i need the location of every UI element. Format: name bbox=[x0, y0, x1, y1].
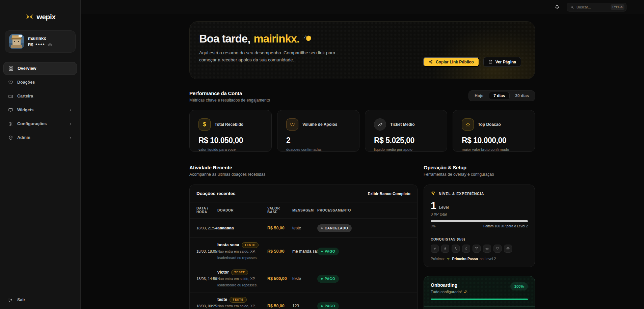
status-dot-icon bbox=[321, 227, 323, 229]
onboarding-percent-badge: 100% bbox=[510, 282, 528, 290]
wallet-icon bbox=[8, 94, 13, 99]
stat-label: Ticket Medio bbox=[390, 122, 414, 127]
sidebar: wepix mairinkx R$ **** bbox=[0, 0, 81, 309]
user-card[interactable]: mairinkx R$ **** bbox=[5, 30, 76, 53]
column-header-donor: Doador bbox=[217, 208, 267, 212]
external-link-icon bbox=[488, 60, 493, 64]
column-header-datetime: Data / Hora bbox=[196, 206, 217, 214]
stat-value: R$ 5.025,00 bbox=[374, 136, 438, 145]
stat-label: Total Recebido bbox=[215, 122, 243, 127]
donations-table-card: Doações recentes Exibir Banco Completo D… bbox=[189, 185, 418, 309]
row-message: teste bbox=[292, 226, 317, 230]
trending-up-icon bbox=[374, 118, 386, 131]
onboarding-card: Onboarding Tudo configurado! 100% bbox=[424, 276, 535, 309]
row-value: R$ 500,00 bbox=[267, 276, 292, 281]
range-30dias-button[interactable]: 30 dias bbox=[510, 92, 534, 100]
row-message: 123 bbox=[292, 304, 317, 308]
xp-percent: 0% bbox=[431, 224, 435, 228]
greeting-name: mairinkx. bbox=[253, 32, 299, 45]
grid-icon bbox=[8, 66, 14, 71]
copy-public-link-button[interactable]: Copiar Link Público bbox=[423, 57, 479, 67]
column-header-processing: Processamento bbox=[317, 208, 410, 212]
seedling-icon[interactable] bbox=[431, 245, 439, 253]
gem-icon[interactable] bbox=[493, 245, 502, 253]
onboarding-progress-bar bbox=[431, 299, 528, 300]
level-label: Level bbox=[439, 205, 449, 210]
dollar-icon: $ bbox=[198, 118, 211, 131]
row-donor-note: Nao entra em saldo, XP, leaderboard ou r… bbox=[217, 249, 258, 260]
status-dot-icon bbox=[321, 278, 323, 280]
performance-title: Performance da Conta bbox=[189, 90, 270, 96]
stat-value: R$ 10.000,00 bbox=[462, 136, 526, 145]
teste-badge: TESTE bbox=[231, 270, 248, 275]
status-badge: PAGO bbox=[317, 248, 339, 255]
copy-public-link-label: Copiar Link Público bbox=[436, 60, 474, 64]
date-range-toggle: Hoje 7 dias 30 dias bbox=[468, 90, 535, 101]
operations-subtitle: Ferramentas de overlay e configuração bbox=[424, 172, 535, 177]
table-row[interactable]: 18/03, 14:59 victor TESTE Nao entra em s… bbox=[190, 265, 417, 292]
search-box[interactable]: Ctrl+K bbox=[567, 3, 626, 11]
logout-button[interactable]: Sair bbox=[8, 297, 72, 302]
sidebar-item-widgets[interactable]: Widgets bbox=[3, 104, 77, 116]
balance-masked: **** bbox=[35, 43, 45, 48]
table-row[interactable]: 18/03, 21:54 aaaaaaa R$ 50,00 teste CANC… bbox=[190, 218, 417, 237]
range-7dias-button[interactable]: 7 dias bbox=[489, 92, 510, 100]
sidebar-item-overview[interactable]: Overview bbox=[3, 62, 77, 75]
sidebar-item-carteira[interactable]: Carteira bbox=[3, 90, 77, 103]
sidebar-item-doacoes[interactable]: Doações bbox=[3, 76, 77, 89]
achievements-label: CONQUISTAS (0/8) bbox=[431, 237, 528, 241]
eye-icon[interactable] bbox=[48, 43, 52, 47]
onboarding-title: Onboarding bbox=[431, 282, 468, 288]
stat-caption: liquido medio por apoio bbox=[374, 147, 438, 151]
table-row[interactable]: 18/03, 00:25 teste TESTE Nao entra em sa… bbox=[190, 292, 417, 309]
sidebar-item-admin[interactable]: Admin bbox=[3, 131, 77, 144]
row-value: R$ 50,00 bbox=[267, 304, 292, 308]
search-input[interactable] bbox=[576, 5, 608, 9]
flame-icon[interactable] bbox=[462, 245, 470, 253]
topbar: Ctrl+K bbox=[81, 0, 644, 14]
xp-progress-bar bbox=[431, 220, 528, 222]
sparkles-icon[interactable] bbox=[452, 245, 460, 253]
seedling-mini-icon bbox=[446, 257, 450, 261]
crown-icon[interactable] bbox=[483, 245, 491, 253]
target-icon[interactable] bbox=[504, 245, 512, 253]
balance-currency: R$ bbox=[28, 43, 33, 47]
view-page-label: Ver Página bbox=[495, 60, 516, 64]
status-badge: PAGO bbox=[317, 275, 339, 283]
range-hoje-button[interactable]: Hoje bbox=[470, 92, 488, 100]
sidebar-item-label: Overview bbox=[18, 66, 36, 71]
hero-greeting: Boa tarde, mairinkx. bbox=[199, 32, 521, 45]
bell-icon[interactable] bbox=[554, 4, 560, 10]
view-page-button[interactable]: Ver Página bbox=[483, 57, 521, 67]
row-donor-name: teste bbox=[217, 297, 227, 302]
search-shortcut-badge: Ctrl+K bbox=[611, 4, 624, 10]
gear-icon bbox=[8, 121, 13, 127]
sidebar-item-label: Widgets bbox=[17, 108, 34, 112]
row-value: R$ 50,00 bbox=[267, 226, 292, 230]
bolt-icon[interactable] bbox=[441, 245, 449, 253]
activity-subtitle: Acompanhe as últimas doações recebidas bbox=[189, 172, 418, 177]
show-full-bank-link[interactable]: Exibir Banco Completo bbox=[368, 192, 410, 196]
wepix-logo: wepix bbox=[0, 13, 80, 21]
row-donor-note: Nao entra em saldo, XP, leaderboard ou r… bbox=[217, 277, 258, 287]
party-popper-icon bbox=[463, 289, 468, 294]
row-donor-name: victor bbox=[217, 270, 229, 275]
onboarding-subtitle: Tudo configurado! bbox=[431, 290, 462, 294]
hero-subtitle: Aqui está o resumo do seu desempenho. Co… bbox=[199, 50, 344, 64]
avatar bbox=[9, 34, 24, 49]
waving-hand-icon bbox=[303, 34, 313, 44]
stat-caption: doacoes confirmadas bbox=[286, 147, 350, 151]
sidebar-item-configuracoes[interactable]: Configurações bbox=[3, 117, 77, 130]
sidebar-nav: Overview Doações Carteira bbox=[0, 62, 80, 144]
sidebar-item-label: Carteira bbox=[17, 94, 33, 99]
row-donor-name: aaaaaaa bbox=[217, 226, 234, 230]
trophy-gray-icon[interactable] bbox=[473, 245, 481, 253]
stat-label: Volume de Apoios bbox=[302, 122, 337, 127]
stat-caption: maior valor bruto confirmado bbox=[462, 147, 526, 151]
row-donor-note: Nao entra em saldo, XP, leaderboard ou r… bbox=[217, 304, 258, 309]
next-name: Primeiro Passo bbox=[452, 257, 478, 261]
teste-badge: TESTE bbox=[230, 297, 246, 303]
table-row[interactable]: 18/03, 18:05 bosta seca TESTE Nao entra … bbox=[190, 237, 417, 265]
level-xp-card: NÍVEL & EXPERIÊNCIA 1 Level 0 XP total 0… bbox=[424, 185, 535, 267]
shield-check-icon bbox=[8, 135, 13, 140]
